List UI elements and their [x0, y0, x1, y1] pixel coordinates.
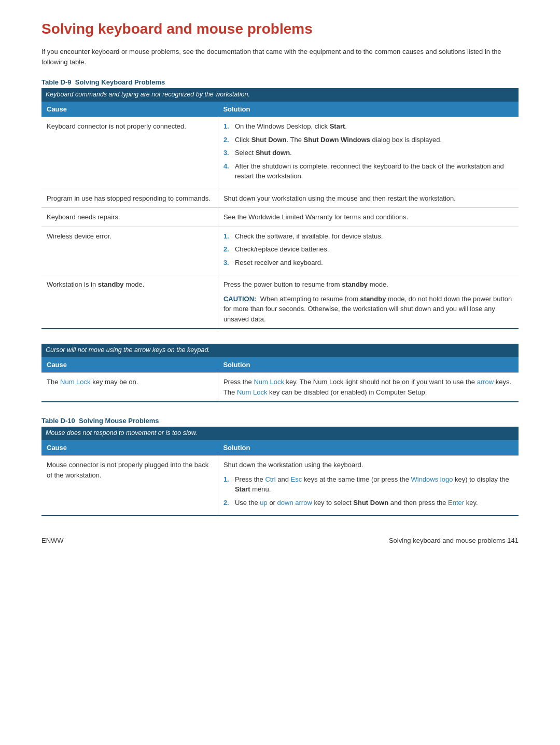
table-d9-section: Table D-9 Solving Keyboard Problems Keyb…	[41, 78, 519, 329]
cause-cell: Program in use has stopped responding to…	[41, 189, 218, 208]
table-row: Keyboard connector is not properly conne…	[41, 117, 519, 189]
solution-cell: Shut down the workstation using the keyb…	[218, 456, 519, 516]
table-d9-label: Table D-9 Solving Keyboard Problems	[41, 78, 519, 86]
solution-header: Solution	[218, 440, 519, 456]
footer-left: ENWW	[41, 537, 64, 544]
cause-cell: Wireless device error.	[41, 227, 218, 275]
cause-header: Cause	[41, 440, 218, 456]
cause-header: Cause	[41, 357, 218, 373]
table-row: Program in use has stopped responding to…	[41, 189, 519, 208]
cause-header: Cause	[41, 101, 218, 117]
table-d9-header: Keyboard commands and typing are not rec…	[41, 88, 519, 101]
footer: ENWW Solving keyboard and mouse problems…	[41, 537, 519, 544]
cause-cell: Mouse connector is not properly plugged …	[41, 456, 218, 516]
cursor-problems-table: Cause Solution The Num Lock key may be o…	[41, 356, 519, 402]
table-row: Workstation is in standby mode. Press th…	[41, 275, 519, 329]
solution-cell: 1.On the Windows Desktop, click Start. 2…	[218, 117, 519, 189]
cause-cell: Keyboard needs repairs.	[41, 208, 218, 227]
down-arrow-link[interactable]: down arrow	[277, 499, 312, 507]
up-link[interactable]: up	[260, 499, 267, 507]
solution-header: Solution	[218, 357, 519, 373]
solution-cell: Shut down your workstation using the mou…	[218, 189, 519, 208]
solution-header: Solution	[218, 101, 519, 117]
num-lock-link2[interactable]: Num Lock	[254, 378, 284, 386]
table-d10-label: Table D-10 Solving Mouse Problems	[41, 417, 519, 425]
ctrl-link[interactable]: Ctrl	[265, 475, 275, 483]
table-row: The Num Lock key may be on. Press the Nu…	[41, 373, 519, 402]
solution-cell: 1.Check the software, if available, for …	[218, 227, 519, 275]
num-lock-link3[interactable]: Num Lock	[237, 388, 268, 396]
esc-link[interactable]: Esc	[291, 475, 302, 483]
solution-cell: Press the power button to resume from st…	[218, 275, 519, 329]
solution-cell: See the Worldwide Limited Warranty for t…	[218, 208, 519, 227]
table-row: Mouse connector is not properly plugged …	[41, 456, 519, 516]
enter-link[interactable]: Enter	[448, 499, 464, 507]
cursor-table-section: Cursor will not move using the arrow key…	[41, 344, 519, 402]
cursor-header: Cursor will not move using the arrow key…	[41, 344, 519, 356]
intro-paragraph: If you encounter keyboard or mouse probl…	[41, 47, 519, 67]
cause-cell: Workstation is in standby mode.	[41, 275, 218, 329]
table-d10-header: Mouse does not respond to movement or is…	[41, 427, 519, 439]
solution-cell: Press the Num Lock key. The Num Lock lig…	[218, 373, 519, 402]
num-lock-link[interactable]: Num Lock	[60, 378, 91, 386]
arrow-link[interactable]: arrow	[477, 378, 494, 386]
page-title: Solving keyboard and mouse problems	[41, 21, 519, 37]
table-row: Wireless device error. 1.Check the softw…	[41, 227, 519, 275]
table-d10-section: Table D-10 Solving Mouse Problems Mouse …	[41, 417, 519, 516]
windows-logo-link[interactable]: Windows logo	[411, 475, 453, 483]
cause-cell: Keyboard connector is not properly conne…	[41, 117, 218, 189]
keyboard-problems-table: Cause Solution Keyboard connector is not…	[41, 101, 519, 329]
cause-cell: The Num Lock key may be on.	[41, 373, 218, 402]
mouse-problems-table: Cause Solution Mouse connector is not pr…	[41, 439, 519, 516]
footer-right: Solving keyboard and mouse problems 141	[389, 537, 519, 544]
table-row: Keyboard needs repairs. See the Worldwid…	[41, 208, 519, 227]
